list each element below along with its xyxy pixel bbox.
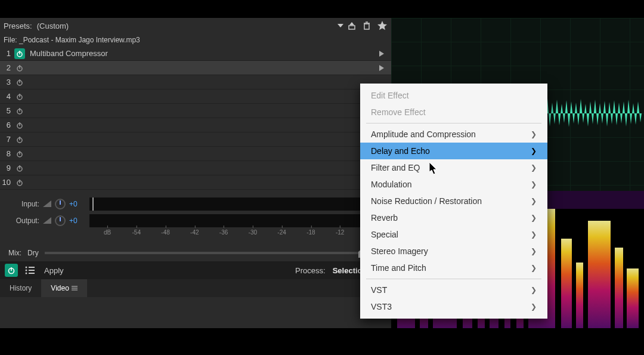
input-knob[interactable] [55, 199, 66, 209]
favorite-star-icon[interactable] [377, 20, 388, 31]
slot-number: 5 [0, 106, 14, 115]
slot-effect-name: Multiband Compressor [30, 49, 379, 58]
slot-power-icon[interactable] [14, 48, 25, 59]
menu-category[interactable]: Time and Pitch❯ [360, 260, 547, 276]
slot-power-icon[interactable] [14, 177, 25, 188]
list-view-icon[interactable] [25, 266, 35, 274]
menu-item-label: Stereo Imagery [371, 246, 428, 256]
effect-slot[interactable]: 7 [0, 132, 391, 147]
output-row: Output: +0 [0, 212, 391, 229]
menu-separator [366, 123, 541, 124]
mix-slider[interactable] [45, 252, 364, 254]
menu-plugin[interactable]: VST3❯ [360, 298, 547, 315]
menu-item-label: Special [371, 230, 398, 239]
svg-rect-37 [29, 270, 35, 271]
menu-category[interactable]: Noise Reduction / Restoration❯ [360, 193, 547, 209]
input-meter [89, 197, 388, 211]
slot-power-icon[interactable] [14, 149, 25, 159]
menu-category[interactable]: Delay and Echo❯ [360, 143, 547, 159]
submenu-arrow-icon: ❯ [531, 264, 537, 272]
svg-marker-9 [379, 51, 384, 57]
output-knob[interactable] [55, 215, 66, 226]
effect-slot[interactable]: 3 [0, 75, 391, 89]
db-tick: -24 [277, 229, 286, 236]
effect-slot[interactable]: 4 [0, 89, 391, 104]
db-tick: -54 [132, 229, 141, 236]
menu-item-label: Edit Effect [371, 91, 409, 100]
menu-item-label: VST [371, 285, 387, 295]
effect-slot[interactable]: 1Multiband Compressor [0, 47, 391, 61]
tab-history[interactable]: History [0, 279, 41, 297]
svg-marker-6 [377, 21, 387, 30]
save-preset-icon[interactable] [347, 21, 357, 30]
tab-menu-icon[interactable] [72, 285, 78, 291]
menu-category[interactable]: Filter and EQ❯ [360, 159, 547, 176]
db-tick: -30 [249, 229, 257, 236]
presets-select[interactable]: (Custom) [35, 19, 347, 32]
menu-category[interactable]: Stereo Imagery❯ [360, 243, 547, 260]
svg-marker-29 [43, 200, 51, 207]
menu-plugin[interactable]: VST❯ [360, 282, 547, 298]
menu-item-label: Time and Pitch [371, 263, 426, 273]
slot-power-icon[interactable] [14, 106, 25, 116]
menu-item-label: Reverb [371, 213, 398, 223]
menu-remove-effect: Remove Effect [360, 104, 547, 121]
svg-point-34 [26, 267, 27, 268]
slot-number: 9 [0, 163, 14, 172]
menu-category[interactable]: Amplitude and Compression❯ [360, 126, 547, 143]
effect-slot[interactable]: 8 [0, 147, 391, 161]
slot-power-icon[interactable] [14, 63, 25, 73]
svg-marker-2 [349, 22, 354, 25]
slot-power-icon[interactable] [14, 163, 25, 174]
svg-rect-55 [588, 221, 611, 328]
svg-rect-57 [627, 268, 639, 328]
presets-label: Presets: [4, 21, 32, 30]
svg-rect-3 [364, 24, 369, 29]
apply-button[interactable]: Apply [44, 266, 64, 275]
submenu-arrow-icon: ❯ [531, 147, 537, 155]
apply-row: Apply Process: Selection Only [0, 261, 391, 279]
effect-slot[interactable]: 9 [0, 161, 391, 175]
submenu-arrow-icon: ❯ [531, 130, 537, 138]
db-tick: -36 [219, 229, 228, 236]
input-value[interactable]: +0 [69, 200, 82, 208]
slot-arrow-icon[interactable] [379, 51, 391, 57]
file-label: File: [4, 36, 17, 44]
bottom-tabs: History Video [0, 279, 391, 297]
slot-power-icon[interactable] [14, 120, 25, 131]
output-value[interactable]: +0 [69, 217, 82, 225]
input-triangle-icon[interactable] [43, 200, 51, 208]
menu-edit-effect: Edit Effect [360, 87, 547, 104]
tab-video[interactable]: Video [41, 279, 86, 297]
effect-slot[interactable]: 6 [0, 118, 391, 132]
effect-slot-list: 1Multiband Compressor2345678910 [0, 47, 391, 190]
effects-rack-panel: Presets: (Custom) File: _Podcast - Maxim… [0, 18, 391, 328]
menu-category[interactable]: Special❯ [360, 226, 547, 243]
db-tick: -48 [161, 229, 169, 236]
slot-power-icon[interactable] [14, 91, 25, 102]
submenu-arrow-icon: ❯ [531, 180, 537, 189]
menu-category[interactable]: Modulation❯ [360, 176, 547, 193]
submenu-arrow-icon: ❯ [531, 302, 537, 311]
tab-video-label: Video [51, 284, 69, 292]
effect-slot[interactable]: 5 [0, 104, 391, 118]
slot-power-icon[interactable] [14, 134, 25, 145]
menu-category[interactable]: Reverb❯ [360, 209, 547, 226]
file-row: File: _Podcast - Maxim Jago Interview.mp… [0, 33, 391, 47]
rack-power-button[interactable] [5, 264, 18, 277]
slot-power-icon[interactable] [14, 77, 25, 88]
slot-number: 3 [0, 78, 14, 87]
slot-number: 10 [0, 178, 14, 187]
output-triangle-icon[interactable] [43, 217, 51, 224]
mix-row: Mix: Dry Wet [0, 245, 391, 261]
delete-preset-icon[interactable] [363, 21, 371, 30]
slot-arrow-icon[interactable] [379, 65, 391, 71]
slot-number: 2 [0, 63, 14, 72]
menu-item-label: Noise Reduction / Restoration [371, 196, 482, 206]
effect-slot[interactable]: 2 [0, 61, 391, 75]
svg-rect-39 [29, 273, 35, 274]
process-label: Process: [295, 266, 326, 275]
effect-slot[interactable]: 10 [0, 175, 391, 190]
svg-marker-0 [338, 24, 343, 27]
slot-number: 8 [0, 149, 14, 158]
